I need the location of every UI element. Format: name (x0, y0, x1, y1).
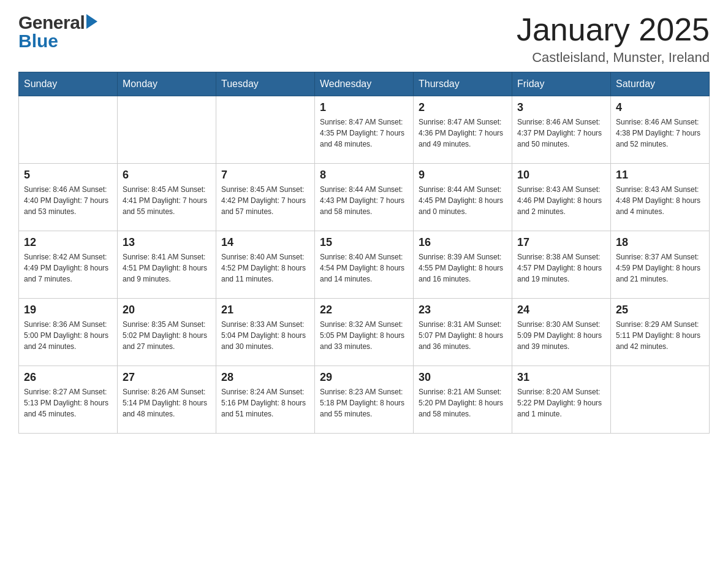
calendar-day-header: Wednesday (315, 72, 414, 96)
day-info: Sunrise: 8:33 AM Sunset: 5:04 PM Dayligh… (221, 319, 309, 352)
day-info: Sunrise: 8:41 AM Sunset: 4:51 PM Dayligh… (123, 251, 211, 285)
day-info: Sunrise: 8:39 AM Sunset: 4:55 PM Dayligh… (419, 251, 507, 285)
day-info: Sunrise: 8:44 AM Sunset: 4:43 PM Dayligh… (320, 184, 408, 217)
day-number: 9 (419, 169, 507, 182)
day-info: Sunrise: 8:26 AM Sunset: 5:14 PM Dayligh… (123, 386, 211, 419)
calendar-cell: 13Sunrise: 8:41 AM Sunset: 4:51 PM Dayli… (118, 231, 216, 299)
day-number: 5 (24, 169, 112, 182)
day-info: Sunrise: 8:31 AM Sunset: 5:07 PM Dayligh… (419, 319, 507, 352)
calendar-cell (19, 96, 118, 164)
calendar-table: SundayMondayTuesdayWednesdayThursdayFrid… (18, 72, 710, 434)
day-info: Sunrise: 8:24 AM Sunset: 5:16 PM Dayligh… (221, 386, 309, 419)
day-info: Sunrise: 8:38 AM Sunset: 4:57 PM Dayligh… (517, 251, 605, 285)
calendar-cell: 15Sunrise: 8:40 AM Sunset: 4:54 PM Dayli… (315, 231, 414, 299)
location-text: Castleisland, Munster, Ireland (517, 50, 710, 66)
day-info: Sunrise: 8:32 AM Sunset: 5:05 PM Dayligh… (320, 319, 408, 352)
day-number: 7 (221, 169, 309, 182)
calendar-cell: 12Sunrise: 8:42 AM Sunset: 4:49 PM Dayli… (19, 231, 118, 299)
month-title: January 2025 (517, 12, 710, 47)
day-number: 22 (320, 304, 408, 316)
day-number: 6 (123, 169, 211, 182)
calendar-day-header: Tuesday (216, 72, 315, 96)
calendar-cell (216, 96, 315, 164)
day-info: Sunrise: 8:35 AM Sunset: 5:02 PM Dayligh… (123, 319, 211, 352)
calendar-cell: 11Sunrise: 8:43 AM Sunset: 4:48 PM Dayli… (611, 164, 710, 231)
day-number: 18 (616, 236, 704, 249)
calendar-cell: 5Sunrise: 8:46 AM Sunset: 4:40 PM Daylig… (19, 164, 118, 231)
calendar-cell: 25Sunrise: 8:29 AM Sunset: 5:11 PM Dayli… (611, 299, 710, 366)
calendar-cell: 16Sunrise: 8:39 AM Sunset: 4:55 PM Dayli… (414, 231, 512, 299)
calendar-cell (611, 366, 710, 434)
day-number: 28 (221, 371, 309, 384)
day-info: Sunrise: 8:29 AM Sunset: 5:11 PM Dayligh… (616, 319, 704, 352)
page-header: General Blue January 2025 Castleisland, … (18, 12, 710, 66)
day-number: 26 (24, 371, 112, 384)
day-info: Sunrise: 8:21 AM Sunset: 5:20 PM Dayligh… (419, 386, 507, 419)
calendar-cell: 21Sunrise: 8:33 AM Sunset: 5:04 PM Dayli… (216, 299, 315, 366)
day-number: 30 (419, 371, 507, 384)
day-info: Sunrise: 8:27 AM Sunset: 5:13 PM Dayligh… (24, 386, 112, 419)
day-info: Sunrise: 8:46 AM Sunset: 4:38 PM Dayligh… (616, 117, 704, 150)
calendar-cell: 14Sunrise: 8:40 AM Sunset: 4:52 PM Dayli… (216, 231, 315, 299)
day-info: Sunrise: 8:45 AM Sunset: 4:41 PM Dayligh… (123, 184, 211, 217)
day-number: 25 (616, 304, 704, 316)
day-info: Sunrise: 8:37 AM Sunset: 4:59 PM Dayligh… (616, 251, 704, 285)
day-number: 11 (616, 169, 704, 182)
day-info: Sunrise: 8:47 AM Sunset: 4:35 PM Dayligh… (320, 117, 408, 150)
day-number: 23 (419, 304, 507, 316)
day-info: Sunrise: 8:30 AM Sunset: 5:09 PM Dayligh… (517, 319, 605, 352)
calendar-cell: 19Sunrise: 8:36 AM Sunset: 5:00 PM Dayli… (19, 299, 118, 366)
day-number: 16 (419, 236, 507, 249)
day-number: 10 (517, 169, 605, 182)
calendar-cell: 30Sunrise: 8:21 AM Sunset: 5:20 PM Dayli… (414, 366, 512, 434)
logo-general-text: General (18, 12, 85, 33)
calendar-week-row: 12Sunrise: 8:42 AM Sunset: 4:49 PM Dayli… (19, 231, 710, 299)
calendar-cell: 4Sunrise: 8:46 AM Sunset: 4:38 PM Daylig… (611, 96, 710, 164)
day-info: Sunrise: 8:40 AM Sunset: 4:52 PM Dayligh… (221, 251, 309, 285)
day-number: 15 (320, 236, 408, 249)
day-info: Sunrise: 8:43 AM Sunset: 4:46 PM Dayligh… (517, 184, 605, 217)
day-info: Sunrise: 8:44 AM Sunset: 4:45 PM Dayligh… (419, 184, 507, 217)
calendar-week-row: 1Sunrise: 8:47 AM Sunset: 4:35 PM Daylig… (19, 96, 710, 164)
day-number: 24 (517, 304, 605, 316)
calendar-cell: 1Sunrise: 8:47 AM Sunset: 4:35 PM Daylig… (315, 96, 414, 164)
calendar-cell: 29Sunrise: 8:23 AM Sunset: 5:18 PM Dayli… (315, 366, 414, 434)
day-number: 27 (123, 371, 211, 384)
day-number: 19 (24, 304, 112, 316)
day-info: Sunrise: 8:45 AM Sunset: 4:42 PM Dayligh… (221, 184, 309, 217)
calendar-day-header: Sunday (19, 72, 118, 96)
calendar-cell: 24Sunrise: 8:30 AM Sunset: 5:09 PM Dayli… (512, 299, 611, 366)
logo: General Blue (18, 12, 97, 52)
calendar-cell: 9Sunrise: 8:44 AM Sunset: 4:45 PM Daylig… (414, 164, 512, 231)
calendar-day-header: Friday (512, 72, 611, 96)
day-number: 13 (123, 236, 211, 249)
day-number: 8 (320, 169, 408, 182)
calendar-header-row: SundayMondayTuesdayWednesdayThursdayFrid… (19, 72, 710, 96)
calendar-week-row: 5Sunrise: 8:46 AM Sunset: 4:40 PM Daylig… (19, 164, 710, 231)
day-number: 29 (320, 371, 408, 384)
day-info: Sunrise: 8:46 AM Sunset: 4:40 PM Dayligh… (24, 184, 112, 217)
day-number: 21 (221, 304, 309, 316)
calendar-cell: 31Sunrise: 8:20 AM Sunset: 5:22 PM Dayli… (512, 366, 611, 434)
logo-blue-text: Blue (18, 31, 58, 52)
day-number: 2 (419, 101, 507, 114)
calendar-cell (118, 96, 216, 164)
calendar-cell: 6Sunrise: 8:45 AM Sunset: 4:41 PM Daylig… (118, 164, 216, 231)
calendar-cell: 20Sunrise: 8:35 AM Sunset: 5:02 PM Dayli… (118, 299, 216, 366)
day-info: Sunrise: 8:43 AM Sunset: 4:48 PM Dayligh… (616, 184, 704, 217)
day-number: 12 (24, 236, 112, 249)
calendar-cell: 18Sunrise: 8:37 AM Sunset: 4:59 PM Dayli… (611, 231, 710, 299)
calendar-cell: 7Sunrise: 8:45 AM Sunset: 4:42 PM Daylig… (216, 164, 315, 231)
calendar-cell: 22Sunrise: 8:32 AM Sunset: 5:05 PM Dayli… (315, 299, 414, 366)
day-info: Sunrise: 8:23 AM Sunset: 5:18 PM Dayligh… (320, 386, 408, 419)
calendar-cell: 2Sunrise: 8:47 AM Sunset: 4:36 PM Daylig… (414, 96, 512, 164)
day-info: Sunrise: 8:20 AM Sunset: 5:22 PM Dayligh… (517, 386, 605, 419)
calendar-cell: 27Sunrise: 8:26 AM Sunset: 5:14 PM Dayli… (118, 366, 216, 434)
calendar-cell: 10Sunrise: 8:43 AM Sunset: 4:46 PM Dayli… (512, 164, 611, 231)
day-number: 4 (616, 101, 704, 114)
day-number: 20 (123, 304, 211, 316)
day-number: 31 (517, 371, 605, 384)
calendar-cell: 26Sunrise: 8:27 AM Sunset: 5:13 PM Dayli… (19, 366, 118, 434)
calendar-week-row: 19Sunrise: 8:36 AM Sunset: 5:00 PM Dayli… (19, 299, 710, 366)
day-number: 14 (221, 236, 309, 249)
